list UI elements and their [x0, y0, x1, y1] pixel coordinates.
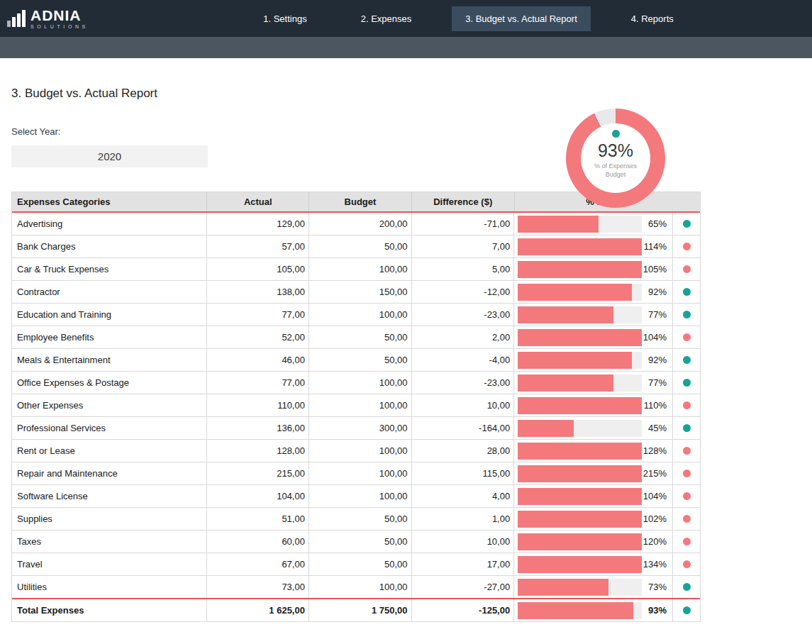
category-cell[interactable]: Other Expenses	[12, 394, 207, 416]
budget-cell[interactable]: 100,00	[309, 576, 412, 598]
year-selector[interactable]: 2020	[11, 145, 208, 167]
category-cell[interactable]: Supplies	[12, 508, 207, 530]
budget-cell[interactable]: 100,00	[309, 485, 412, 507]
budget-cell[interactable]: 1 750,00	[309, 599, 412, 621]
difference-cell[interactable]: 4,00	[412, 485, 515, 507]
actual-cell[interactable]: 46,00	[207, 349, 309, 371]
percent-cell[interactable]: 77%	[642, 304, 673, 326]
category-cell[interactable]: Travel	[12, 553, 207, 575]
percent-cell[interactable]: 104%	[642, 485, 673, 507]
budget-cell[interactable]: 150,00	[309, 281, 412, 303]
nav-item-4[interactable]: 4. Reports	[618, 6, 687, 31]
difference-cell[interactable]: 2,00	[412, 326, 515, 348]
actual-cell[interactable]: 136,00	[207, 417, 309, 439]
actual-cell[interactable]: 60,00	[207, 531, 309, 553]
category-cell[interactable]: Employee Benefits	[12, 326, 207, 348]
status-dot	[683, 401, 691, 409]
percent-cell[interactable]: 114%	[642, 235, 673, 257]
percent-cell[interactable]: 102%	[642, 508, 673, 530]
category-cell[interactable]: Taxes	[12, 531, 207, 553]
difference-cell[interactable]: 5,00	[412, 258, 515, 280]
budget-bar-fill	[518, 533, 642, 550]
difference-cell[interactable]: 1,00	[412, 508, 515, 530]
difference-cell[interactable]: -164,00	[412, 417, 515, 439]
category-cell[interactable]: Repair and Maintenance	[12, 462, 207, 484]
category-cell[interactable]: Rent or Lease	[12, 440, 207, 462]
actual-cell[interactable]: 104,00	[207, 485, 309, 507]
budget-cell[interactable]: 200,00	[309, 213, 412, 235]
percent-cell[interactable]: 73%	[642, 576, 673, 598]
actual-cell[interactable]: 57,00	[207, 235, 309, 257]
difference-cell[interactable]: 28,00	[412, 440, 515, 462]
percent-cell[interactable]: 105%	[642, 258, 673, 280]
status-dot	[683, 424, 691, 432]
percent-cell[interactable]: 104%	[642, 326, 673, 348]
percent-cell[interactable]: 92%	[642, 281, 673, 303]
nav-item-1[interactable]: 1. Settings	[250, 6, 320, 31]
actual-cell[interactable]: 52,00	[207, 326, 309, 348]
category-cell[interactable]: Contractor	[12, 281, 207, 303]
budget-cell[interactable]: 50,00	[309, 508, 412, 530]
difference-cell[interactable]: -27,00	[412, 576, 515, 598]
actual-cell[interactable]: 1 625,00	[207, 599, 309, 621]
actual-cell[interactable]: 77,00	[207, 304, 309, 326]
budget-cell[interactable]: 100,00	[309, 372, 412, 394]
difference-cell[interactable]: 7,00	[412, 235, 515, 257]
percent-cell[interactable]: 134%	[642, 553, 673, 575]
actual-cell[interactable]: 129,00	[207, 213, 309, 235]
category-cell[interactable]: Car & Truck Expenses	[12, 258, 207, 280]
percent-cell[interactable]: 120%	[642, 531, 673, 553]
budget-cell[interactable]: 100,00	[309, 394, 412, 416]
percent-cell[interactable]: 45%	[642, 417, 673, 439]
difference-cell[interactable]: 115,00	[412, 462, 515, 484]
category-cell[interactable]: Utilities	[12, 576, 207, 598]
budget-cell[interactable]: 50,00	[309, 326, 412, 348]
percent-cell[interactable]: 92%	[642, 349, 673, 371]
category-cell[interactable]: Office Expenses & Postage	[12, 372, 207, 394]
brand-name: ADNIA	[30, 8, 89, 23]
budget-cell[interactable]: 100,00	[309, 440, 412, 462]
difference-cell[interactable]: -71,00	[412, 213, 515, 235]
category-cell[interactable]: Total Expenses	[12, 599, 207, 621]
difference-cell[interactable]: -23,00	[412, 304, 515, 326]
actual-cell[interactable]: 138,00	[207, 281, 309, 303]
budget-cell[interactable]: 100,00	[309, 304, 412, 326]
category-cell[interactable]: Software License	[12, 485, 207, 507]
actual-cell[interactable]: 67,00	[207, 553, 309, 575]
percent-cell[interactable]: 77%	[642, 372, 673, 394]
category-cell[interactable]: Meals & Entertainment	[12, 349, 207, 371]
category-cell[interactable]: Advertising	[12, 213, 207, 235]
category-cell[interactable]: Education and Training	[12, 304, 207, 326]
actual-cell[interactable]: 215,00	[207, 462, 309, 484]
budget-cell[interactable]: 100,00	[309, 258, 412, 280]
actual-cell[interactable]: 110,00	[207, 394, 309, 416]
status-dot	[683, 288, 691, 296]
difference-cell[interactable]: 10,00	[412, 531, 515, 553]
category-cell[interactable]: Bank Charges	[12, 235, 207, 257]
difference-cell[interactable]: -23,00	[412, 372, 515, 394]
percent-cell[interactable]: 93%	[642, 599, 673, 621]
actual-cell[interactable]: 128,00	[207, 440, 309, 462]
difference-cell[interactable]: -125,00	[412, 599, 515, 621]
actual-cell[interactable]: 77,00	[207, 372, 309, 394]
difference-cell[interactable]: -12,00	[412, 281, 515, 303]
actual-cell[interactable]: 73,00	[207, 576, 309, 598]
category-cell[interactable]: Professional Services	[12, 417, 207, 439]
budget-cell[interactable]: 50,00	[309, 349, 412, 371]
budget-cell[interactable]: 300,00	[309, 417, 412, 439]
percent-cell[interactable]: 215%	[642, 462, 673, 484]
difference-cell[interactable]: -4,00	[412, 349, 515, 371]
percent-cell[interactable]: 128%	[642, 440, 673, 462]
budget-cell[interactable]: 50,00	[309, 531, 412, 553]
actual-cell[interactable]: 105,00	[207, 258, 309, 280]
percent-cell[interactable]: 65%	[642, 213, 673, 235]
percent-cell[interactable]: 110%	[642, 394, 673, 416]
difference-cell[interactable]: 10,00	[412, 394, 515, 416]
nav-item-3[interactable]: 3. Budget vs. Actual Report	[452, 6, 591, 31]
budget-cell[interactable]: 50,00	[309, 235, 412, 257]
difference-cell[interactable]: 17,00	[412, 553, 515, 575]
budget-cell[interactable]: 100,00	[309, 462, 412, 484]
actual-cell[interactable]: 51,00	[207, 508, 309, 530]
nav-item-2[interactable]: 2. Expenses	[347, 6, 426, 31]
budget-cell[interactable]: 50,00	[309, 553, 412, 575]
